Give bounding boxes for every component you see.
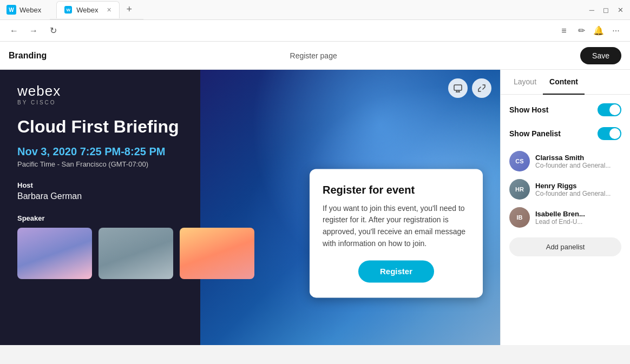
tab-favicon: W	[64, 6, 72, 14]
monitor-icon	[454, 84, 462, 92]
event-title: Cloud First Briefing	[17, 116, 483, 137]
speaker-card-1	[17, 228, 92, 279]
panelist-item: IB Isabelle Bren... Lead of End-U...	[509, 207, 621, 228]
show-panelist-toggle[interactable]	[598, 127, 621, 140]
speaker-card-3	[180, 228, 254, 279]
back-icon: ←	[10, 26, 18, 36]
panelist-role-2: Co-founder and General...	[535, 190, 621, 197]
speaker-card-2	[99, 228, 173, 279]
panelist-item: CS Clarissa Smith Co-founder and General…	[509, 151, 621, 171]
panelist-avatar-1: CS	[509, 151, 530, 171]
save-button[interactable]: Save	[580, 47, 621, 64]
add-panelist-button[interactable]: Add panelist	[509, 237, 621, 256]
maximize-button[interactable]: ◻	[603, 6, 609, 14]
webex-brand: webex BY CISCO	[17, 83, 483, 105]
refresh-icon: ↻	[50, 25, 57, 36]
panelist-info-3: Isabelle Bren... Lead of End-U...	[535, 210, 621, 226]
modal-title: Register for event	[323, 184, 470, 196]
tab-content[interactable]: Content	[543, 70, 585, 95]
panelist-name-1: Clarissa Smith	[535, 154, 621, 162]
modal-body: If you want to join this event, you'll n…	[323, 203, 470, 250]
svg-rect-0	[454, 85, 462, 90]
app-header: Branding Register page Save	[0, 42, 630, 70]
new-tab-button[interactable]: +	[122, 2, 137, 17]
panel-body: Show Host Show Panelist CS Clarissa Smit…	[501, 95, 630, 345]
show-panelist-row: Show Panelist	[509, 127, 621, 140]
panelist-item: HR Henry Riggs Co-founder and General...	[509, 179, 621, 200]
panelist-info-1: Clarissa Smith Co-founder and General...	[535, 154, 621, 169]
speaker-image-2	[99, 228, 173, 279]
expand-button[interactable]	[472, 78, 491, 98]
webex-brand-name: webex	[17, 83, 483, 100]
menu-icon-button[interactable]: ≡	[556, 23, 572, 38]
panelist-role-3: Lead of End-U...	[535, 218, 621, 226]
notification-icon-button[interactable]: 🔔	[591, 23, 606, 38]
event-preview: webex BY CISCO Cloud First Briefing Nov …	[0, 70, 500, 345]
panelist-list: CS Clarissa Smith Co-founder and General…	[509, 151, 621, 228]
close-button[interactable]: ✕	[618, 6, 624, 14]
tab-close-icon[interactable]: ×	[107, 5, 111, 14]
event-date: Nov 3, 2020 7:25 PM-8:25 PM	[17, 145, 483, 158]
panelist-role-1: Co-founder and General...	[535, 162, 621, 169]
navigation-bar: ← → ↻ ≡ ✏ 🔔 ···	[0, 20, 630, 42]
panelist-info-2: Henry Riggs Co-founder and General...	[535, 182, 621, 197]
edit-icon-button[interactable]: ✏	[574, 23, 589, 38]
app-icon: W Webex	[6, 5, 41, 15]
speaker-image-1	[17, 228, 92, 279]
monitor-view-button[interactable]	[448, 78, 468, 98]
webex-brand-sub: BY CISCO	[17, 100, 483, 105]
speaker-image-3	[180, 228, 254, 279]
more-options-button[interactable]: ···	[608, 23, 624, 38]
webex-logo: W	[6, 5, 16, 15]
right-panel: Layout Content Show Host Show Panelist C…	[500, 70, 630, 345]
minimize-button[interactable]: ─	[589, 6, 594, 14]
browser-tab[interactable]: W Webex ×	[56, 1, 119, 18]
panelist-name-2: Henry Riggs	[535, 182, 621, 190]
page-label: Register page	[47, 51, 580, 60]
register-button[interactable]: Register	[358, 261, 434, 283]
show-host-toggle[interactable]	[598, 103, 621, 116]
show-host-label: Show Host	[509, 105, 548, 114]
forward-button[interactable]: →	[26, 23, 41, 38]
refresh-button[interactable]: ↻	[45, 23, 61, 38]
panel-tabs: Layout Content	[501, 70, 630, 95]
show-panelist-label: Show Panelist	[509, 129, 561, 138]
tab-title: Webex	[76, 6, 98, 14]
show-host-row: Show Host	[509, 103, 621, 116]
register-modal: Register for event If you want to join t…	[310, 169, 483, 298]
forward-icon: →	[29, 26, 38, 36]
event-timezone: Pacific Time - San Francisco (GMT-07:00)	[17, 160, 483, 168]
panelist-avatar-2: HR	[509, 179, 530, 200]
preview-controls	[448, 78, 491, 98]
panelist-name-3: Isabelle Bren...	[535, 210, 621, 218]
tab-layout[interactable]: Layout	[507, 70, 543, 95]
expand-icon	[477, 84, 486, 92]
back-button[interactable]: ←	[6, 23, 22, 38]
panelist-avatar-3: IB	[509, 207, 530, 228]
app-title: Webex	[19, 6, 41, 14]
branding-title: Branding	[9, 51, 47, 61]
